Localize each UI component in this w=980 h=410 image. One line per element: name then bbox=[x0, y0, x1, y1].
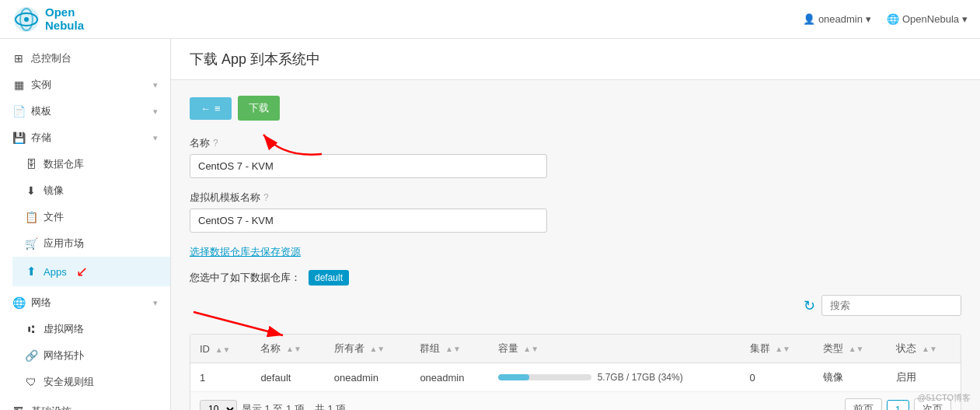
back-label: ≡ bbox=[214, 103, 221, 114]
user-menu[interactable]: 👤 oneadmin ▾ bbox=[803, 13, 871, 25]
cell-status: 启用 bbox=[887, 363, 961, 392]
datastore-controls: ↻ bbox=[190, 295, 961, 316]
sidebar-item-label: 应用市场 bbox=[44, 237, 84, 251]
sidebar-item-label: 虚拟网络 bbox=[44, 322, 84, 336]
infra-chevron: ▾ bbox=[153, 407, 158, 411]
logo: OpenNebula bbox=[12, 5, 84, 33]
table-footer: 10 25 50 显示 1 至 1 项，共 1 项 前页 1 次页 bbox=[190, 391, 961, 410]
per-page-select[interactable]: 10 25 50 bbox=[200, 400, 237, 410]
sidebar-item-storage[interactable]: 💾 存储 ▾ bbox=[0, 124, 170, 151]
sidebar-item-label: 实例 bbox=[31, 78, 51, 92]
image-icon: ⬇ bbox=[25, 184, 37, 197]
sidebar-item-network[interactable]: 🌐 网络 ▾ bbox=[0, 289, 170, 316]
opennebula-logo-icon bbox=[12, 5, 40, 33]
sidebar-item-label: 总控制台 bbox=[31, 51, 71, 65]
svg-point-3 bbox=[24, 17, 29, 22]
sidebar-item-label: 网络 bbox=[31, 296, 51, 310]
security-icon: 🛡 bbox=[25, 376, 37, 388]
sidebar-item-label: 数据仓库 bbox=[44, 157, 84, 171]
network-chevron: ▾ bbox=[153, 298, 158, 308]
main-content: 下载 App 到本系统中 ← ≡ 下载 bbox=[171, 39, 980, 410]
page-title: 下载 App 到本系统中 bbox=[190, 50, 320, 68]
col-type[interactable]: 类型 ▲▼ bbox=[814, 335, 887, 363]
sidebar-item-vnet[interactable]: ⑆ 虚拟网络 bbox=[12, 316, 170, 342]
col-capacity[interactable]: 容量 ▲▼ bbox=[489, 335, 741, 363]
sort-group-icon: ▲▼ bbox=[445, 345, 461, 353]
templates-icon: 📄 bbox=[12, 105, 25, 117]
capacity-text: 5.7GB / 17GB (34%) bbox=[598, 372, 683, 383]
sidebar-item-datastore[interactable]: 🗄 数据仓库 bbox=[12, 151, 170, 177]
cell-type: 镜像 bbox=[814, 363, 887, 392]
marketplace-icon: 🛒 bbox=[25, 237, 37, 250]
dashboard-icon: ⊞ bbox=[12, 52, 25, 65]
template-help-icon[interactable]: ? bbox=[263, 192, 269, 203]
datastore-link[interactable]: 选择数据仓库去保存资源 bbox=[190, 245, 301, 259]
sort-owner-icon: ▲▼ bbox=[369, 345, 385, 353]
cell-cluster: 0 bbox=[741, 363, 814, 392]
col-owner[interactable]: 所有者 ▲▼ bbox=[325, 335, 411, 363]
capacity-bar-fill bbox=[498, 374, 530, 380]
template-input[interactable] bbox=[190, 209, 547, 233]
sidebar-item-apps[interactable]: ⬆ Apps ↙ bbox=[12, 257, 170, 286]
col-cluster[interactable]: 集群 ▲▼ bbox=[741, 335, 814, 363]
refresh-button[interactable]: ↻ bbox=[804, 297, 815, 314]
vnet-icon: ⑆ bbox=[25, 323, 37, 335]
sidebar-item-marketplace[interactable]: 🛒 应用市场 bbox=[12, 230, 170, 257]
col-group[interactable]: 群组 ▲▼ bbox=[410, 335, 488, 363]
sidebar-item-templates[interactable]: 📄 模板 ▾ bbox=[0, 98, 170, 124]
sidebar-item-label: 基础设施 bbox=[31, 405, 71, 410]
infra-icon: 🏗 bbox=[12, 405, 25, 410]
main-header: 下载 App 到本系统中 bbox=[171, 39, 980, 80]
prev-page-button[interactable]: 前页 bbox=[845, 398, 882, 410]
arrow-to-apps: ↙ bbox=[76, 263, 88, 280]
sidebar-item-label: 存储 bbox=[31, 131, 51, 145]
selected-label: 您选中了如下数据仓库： bbox=[190, 271, 301, 285]
sidebar-item-security[interactable]: 🛡 安全规则组 bbox=[12, 369, 170, 395]
cloud-menu[interactable]: 🌐 OpenNebula ▾ bbox=[887, 13, 968, 25]
name-help-icon[interactable]: ? bbox=[213, 138, 218, 149]
template-form-group: 虚拟机模板名称 ? bbox=[190, 191, 961, 233]
cloud-name: OpenNebula bbox=[902, 13, 959, 25]
download-button[interactable]: 下载 bbox=[238, 96, 280, 121]
col-status[interactable]: 状态 ▲▼ bbox=[887, 335, 961, 363]
sidebar-item-topology[interactable]: 🔗 网络拓扑 bbox=[12, 342, 170, 369]
back-button[interactable]: ← ≡ bbox=[190, 97, 232, 120]
current-page: 1 bbox=[887, 400, 909, 411]
user-icon: 👤 bbox=[803, 13, 815, 25]
sort-cluster-icon: ▲▼ bbox=[775, 345, 790, 353]
sidebar-item-files[interactable]: 📋 文件 bbox=[12, 204, 170, 230]
sidebar-item-label: 安全规则组 bbox=[44, 375, 94, 389]
template-label: 虚拟机模板名称 ? bbox=[190, 191, 961, 205]
red-arrow-annotation bbox=[236, 119, 330, 158]
sidebar-item-image[interactable]: ⬇ 镜像 bbox=[12, 177, 170, 204]
apps-icon: ⬆ bbox=[25, 265, 37, 279]
sidebar-item-label: 镜像 bbox=[44, 184, 64, 198]
sidebar-item-dashboard[interactable]: ⊞ 总控制台 bbox=[0, 45, 170, 72]
cell-name: default bbox=[251, 363, 324, 392]
sidebar: ⊞ 总控制台 ▦ 实例 ▾ 📄 模板 ▾ 💾 存储 ▾ bbox=[0, 39, 171, 410]
sort-capacity-icon: ▲▼ bbox=[523, 345, 539, 353]
cell-capacity: 5.7GB / 17GB (34%) bbox=[489, 363, 741, 392]
sort-type-icon: ▲▼ bbox=[849, 345, 864, 353]
table-row: 1 default oneadmin oneadmin 5.7GB / 17GB… bbox=[190, 363, 961, 392]
toolbar: ← ≡ 下载 bbox=[190, 96, 961, 121]
showing-label: 显示 1 至 1 项，共 1 项 bbox=[242, 402, 346, 410]
back-icon: ← bbox=[201, 103, 211, 114]
logo-text: OpenNebula bbox=[45, 6, 84, 32]
sidebar-item-infra[interactable]: 🏗 基础设施 ▾ bbox=[0, 398, 170, 410]
datastore-table: ID ▲▼ 名称 ▲▼ 所有者 ▲▼ 群组 ▲▼ 容量 ▲▼ 集群 ▲▼ 类型 … bbox=[190, 334, 961, 410]
user-chevron: ▾ bbox=[866, 13, 871, 25]
templates-chevron: ▾ bbox=[153, 107, 158, 117]
topbar-right: 👤 oneadmin ▾ 🌐 OpenNebula ▾ bbox=[803, 13, 968, 25]
search-input[interactable] bbox=[821, 295, 961, 316]
topbar: OpenNebula 👤 oneadmin ▾ 🌐 OpenNebula ▾ bbox=[0, 0, 980, 39]
sidebar-item-instances[interactable]: ▦ 实例 ▾ bbox=[0, 72, 170, 98]
instances-icon: ▦ bbox=[12, 79, 25, 91]
network-icon: 🌐 bbox=[12, 296, 25, 309]
user-name: oneadmin bbox=[818, 13, 863, 25]
sidebar-item-label: 文件 bbox=[44, 210, 64, 224]
sort-name-icon: ▲▼ bbox=[286, 345, 302, 353]
sort-id-icon: ▲▼ bbox=[215, 345, 231, 354]
sidebar-item-label: 模板 bbox=[31, 104, 51, 118]
sort-status-icon: ▲▼ bbox=[922, 345, 937, 353]
